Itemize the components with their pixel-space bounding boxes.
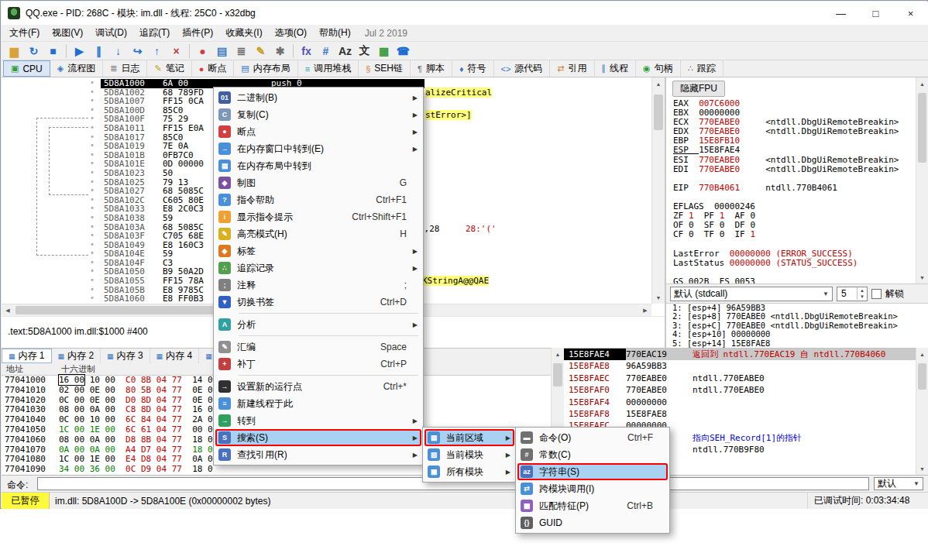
register-line[interactable]: EDI 770EABE0 <ntdll.DbgUiRemoteBreakin> — [666, 165, 928, 174]
arg-count-stepper[interactable]: 5 ▲▼ — [837, 287, 868, 301]
menu-item[interactable]: {}GUID — [517, 514, 668, 531]
breakpoint-dot-icon[interactable]: • — [90, 285, 95, 294]
stack-row[interactable]: 15E8FAF0770EABE0ntdll.770EABE0 — [564, 384, 916, 396]
stack-vscrollbar[interactable]: ▲ ▼ — [916, 348, 928, 475]
menu-item[interactable]: ◆标签▶ — [215, 242, 421, 259]
breakpoint-dot-icon[interactable]: • — [90, 186, 95, 195]
breakpoint-dot-icon[interactable]: • — [90, 78, 95, 88]
breakpoint-dot-icon[interactable]: • — [90, 105, 95, 115]
stepper-arrows[interactable]: ▲▼ — [857, 287, 867, 300]
menu-item[interactable]: S搜索(S)▶ — [215, 429, 421, 446]
menu-item[interactable]: ▤当前区域▶ — [424, 429, 514, 446]
patches-icon[interactable]: # — [316, 43, 335, 60]
breakpoint-dot-icon[interactable]: • — [90, 213, 95, 222]
menu-item[interactable]: →设置新的运行点Ctrl+* — [215, 378, 421, 395]
menubar-item-1[interactable]: 视图(V) — [46, 24, 89, 42]
stack-row[interactable]: 15E8FAEC770EABE0ntdll.770EABE0 — [564, 373, 916, 384]
scroll-up-icon[interactable]: ▲ — [652, 77, 665, 90]
scrollbar-thumb[interactable] — [918, 363, 926, 390]
breakpoint-dot-icon[interactable]: • — [90, 266, 95, 276]
stop-icon[interactable]: ■ — [43, 43, 63, 60]
menu-item[interactable]: ●断点▶ — [215, 123, 421, 140]
seh-chip-icon[interactable]: ▦ — [374, 43, 394, 60]
breakpoint-dot-icon[interactable]: • — [90, 114, 95, 123]
stepper-down-icon[interactable]: ▼ — [858, 294, 867, 300]
menu-item[interactable]: ✎高亮模式(H)H — [215, 225, 421, 242]
breakpoint-dot-icon[interactable]: • — [90, 96, 95, 105]
pause-icon[interactable]: ∥ — [89, 43, 108, 60]
tab-log[interactable]: ≣日志 — [103, 60, 147, 77]
breakpoint-dot-icon[interactable]: • — [90, 222, 95, 232]
scroll-up-icon[interactable]: ▲ — [916, 77, 928, 90]
close-debuggee-icon[interactable]: × — [167, 43, 186, 60]
breakpoint-dot-icon[interactable]: • — [90, 141, 95, 150]
menu-item[interactable]: ✎汇编Space — [215, 338, 421, 356]
settings-gear-icon[interactable]: ✱ — [270, 43, 290, 60]
menu-item[interactable]: ⇄跨模块调用(I) — [517, 480, 668, 497]
menu-item[interactable]: C复制(C)▶ — [215, 106, 421, 123]
unlock-checkbox[interactable] — [871, 289, 882, 299]
menu-item[interactable]: A分析▶ — [215, 316, 421, 333]
scroll-up-icon[interactable]: ▲ — [552, 348, 564, 360]
register-line[interactable]: CF 0 TF 0 IF 1 — [666, 230, 928, 239]
menu-item[interactable]: →转到▶ — [215, 412, 421, 429]
menu-item[interactable]: i显示指令提示Ctrl+Shift+F1 — [215, 208, 421, 225]
tab-trace[interactable]: ∴跟踪 — [681, 60, 723, 77]
stack-row[interactable]: 15E8FAE4770EAC19返回到 ntdll.770EAC19 自 ntd… — [564, 349, 916, 360]
breakpoint-dot-icon[interactable]: • — [90, 177, 95, 187]
tab-references[interactable]: ⇄引用 — [550, 60, 594, 77]
text-az-icon[interactable]: Az — [335, 43, 355, 60]
breakpoint-dot-icon[interactable]: • — [90, 150, 95, 160]
menu-item[interactable]: az字符串(S) — [517, 463, 668, 480]
tab-handles[interactable]: ◉句柄 — [636, 60, 681, 77]
breakpoint-dot-icon[interactable]: • — [90, 195, 95, 204]
registers-vscrollbar[interactable]: ▲ ▼ — [916, 77, 928, 283]
menubar-item-6[interactable]: 选项(O) — [269, 24, 313, 42]
minimize-button[interactable]: — — [823, 2, 858, 25]
menu-item[interactable]: ;注释; — [215, 277, 421, 294]
menu-item[interactable]: ▤在内存布局中转到 — [215, 157, 421, 174]
scrollbar-track[interactable] — [916, 90, 928, 271]
stack-row[interactable]: 15E8FAF815E8FAE8 — [564, 408, 916, 420]
argument-row[interactable]: 5: [esp+14] 15E8FAE8 — [666, 339, 928, 348]
menubar-item-4[interactable]: 插件(P) — [176, 24, 219, 42]
menu-item[interactable]: ▼切换书签Ctrl+D — [215, 294, 421, 311]
disasm-vscrollbar[interactable]: ▲ ▼ — [651, 77, 665, 304]
breakpoint-dot-icon[interactable]: • — [90, 123, 95, 132]
notes-icon[interactable]: ✎ — [251, 43, 270, 60]
tab-seh-chain[interactable]: §SEH链 — [359, 60, 411, 77]
menu-item[interactable]: →在内存窗口中转到(E)▶ — [215, 140, 421, 157]
register-line[interactable]: LastStatus 00000000 (STATUS_SUCCESS) — [666, 259, 928, 268]
menubar-item-7[interactable]: 帮助(H) — [313, 24, 357, 42]
scrollbar-thumb[interactable] — [654, 94, 663, 130]
register-line[interactable]: EIP 770B4061 ntdll.770B4061 — [666, 184, 928, 193]
scroll-up-icon[interactable]: ▲ — [916, 348, 928, 360]
scrollbar-track[interactable] — [916, 360, 928, 462]
menubar-item-0[interactable]: 文件(F) — [3, 24, 46, 42]
menu-item[interactable]: ?指令帮助Ctrl+F1 — [215, 191, 421, 208]
menu-item[interactable]: ∴追踪记录▶ — [215, 259, 421, 277]
menu-item[interactable]: ▥当前模块▶ — [424, 446, 514, 463]
step-over-icon[interactable]: ↪ — [128, 43, 147, 60]
run-icon[interactable]: ▶ — [70, 43, 89, 60]
breakpoint-dot-icon[interactable]: • — [90, 159, 95, 168]
breakpoint-dot-icon[interactable]: • — [90, 88, 95, 97]
scrollbar-thumb[interactable] — [918, 93, 926, 163]
dump-col-address[interactable]: 地址 — [2, 363, 59, 375]
menubar-item-3[interactable]: 追踪(T) — [133, 24, 176, 42]
breakpoint-dot-icon[interactable]: • — [90, 231, 95, 240]
functions-fx-icon[interactable]: fx — [297, 43, 316, 60]
stack-row[interactable]: 15E8FAE896A59BB3 — [564, 360, 916, 372]
tab-script[interactable]: ¶脚本 — [411, 60, 452, 77]
dump-col-hex[interactable]: 十六进制 — [61, 364, 95, 373]
tab-threads[interactable]: ∥线程 — [595, 60, 637, 77]
restart-icon[interactable]: ↻ — [24, 43, 43, 60]
tab-memory-map[interactable]: ▤内存布局 — [234, 60, 297, 77]
string-references-icon[interactable]: 文 — [355, 43, 374, 60]
attach-icon[interactable]: ☎ — [394, 43, 413, 60]
memory-map-icon[interactable]: ▤ — [212, 43, 232, 60]
tab-symbols[interactable]: ♦符号 — [452, 60, 494, 77]
menubar-item-2[interactable]: 调试(D) — [89, 24, 133, 42]
argument-row[interactable]: 4: [esp+10] 00000000 — [666, 330, 928, 338]
breakpoint-dot-icon[interactable]: • — [90, 249, 95, 258]
